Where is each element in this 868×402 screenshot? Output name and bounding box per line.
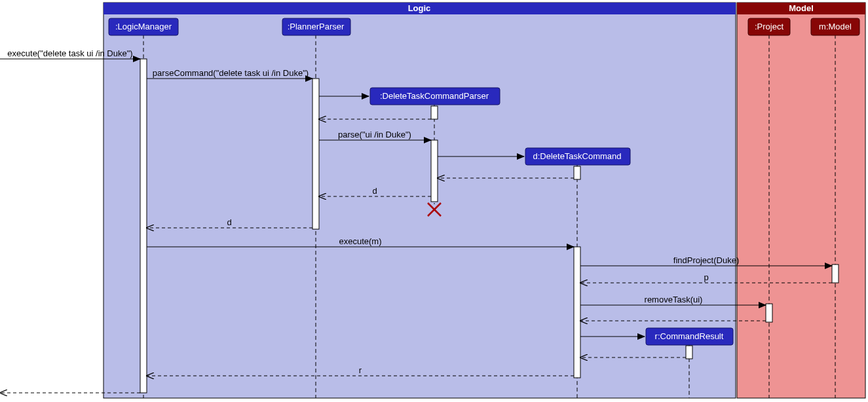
group-model-label: Model [789,3,814,13]
msg-ret-p-label: p [704,272,708,282]
activation-plannerparser [312,79,319,229]
participant-plannerparser: :PlannerParser [282,18,350,35]
activation-dtc-2 [574,247,580,378]
group-logic: Logic [104,3,736,398]
msg-ret-d1-label: d [372,186,377,196]
participant-cmdresult-label: r:CommandResult [655,331,724,341]
participant-dtc: d:DeleteTaskCommand [525,148,630,165]
activation-dtc-parser-2 [431,140,438,202]
msg-parsecommand-label: parseCommand("delete task ui /in Duke") [153,68,309,78]
msg-execute-m-label: execute(m) [339,236,381,246]
participant-cmdresult: r:CommandResult [646,328,733,345]
svg-rect-2 [737,3,865,398]
msg-findproject-label: findProject(Duke) [673,255,739,265]
msg-removetask-label: removeTask(ui) [645,295,703,304]
msg-ret-r-label: r [359,365,362,375]
activation-dtc-1 [574,166,580,179]
msg-execute-in-label: execute("delete task ui /in Duke") [7,48,132,58]
activation-model [832,265,839,283]
group-logic-label: Logic [408,3,431,13]
participant-dtc-parser-label: :DeleteTaskCommandParser [380,91,489,101]
sequence-diagram: Logic Model :LogicManager :PlannerParser… [0,0,868,402]
participant-dtc-parser: :DeleteTaskCommandParser [370,88,500,105]
participant-project: :Project [748,18,790,35]
participant-logicmanager: :LogicManager [109,18,178,35]
participant-model-label: m:Model [819,22,852,31]
activation-project [766,304,772,322]
activation-cmdresult [686,346,692,359]
participant-plannerparser-label: :PlannerParser [288,22,345,31]
activation-logicmanager [140,59,147,393]
msg-parse-label: parse("ui /in Duke") [338,130,411,139]
svg-rect-0 [104,3,736,398]
msg-ret-d2-label: d [227,217,231,227]
participant-model: m:Model [811,18,859,35]
group-model: Model [737,3,865,398]
participant-dtc-label: d:DeleteTaskCommand [533,151,621,161]
participant-project-label: :Project [755,22,783,31]
participant-logicmanager-label: :LogicManager [115,22,172,31]
activation-dtc-parser-1 [431,106,438,119]
